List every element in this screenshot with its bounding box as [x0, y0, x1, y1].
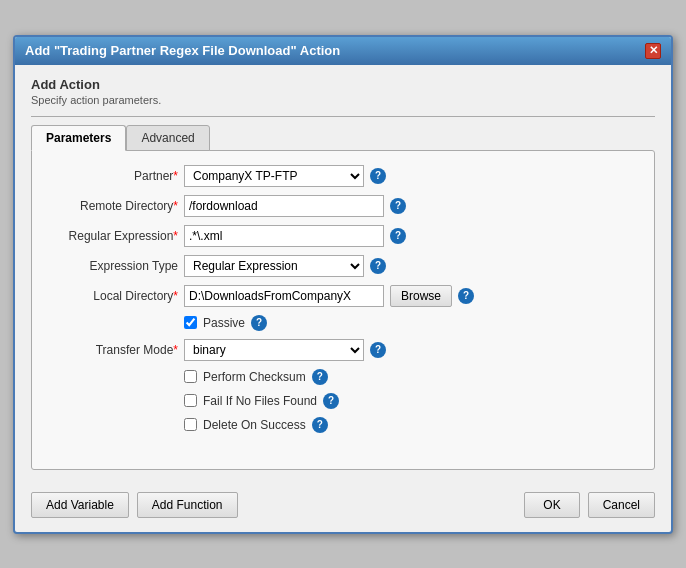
fail-no-files-label: Fail If No Files Found: [203, 394, 317, 408]
remote-directory-control: ?: [184, 195, 638, 217]
add-variable-button[interactable]: Add Variable: [31, 492, 129, 518]
add-function-button[interactable]: Add Function: [137, 492, 238, 518]
browse-button[interactable]: Browse: [390, 285, 452, 307]
bottom-buttons: Add Variable Add Function OK Cancel: [15, 482, 671, 532]
section-subtitle: Specify action parameters.: [31, 94, 655, 106]
regular-expression-control: ?: [184, 225, 638, 247]
expression-type-control: Regular Expression ?: [184, 255, 638, 277]
partner-control: CompanyX TP-FTP ?: [184, 165, 638, 187]
divider: [31, 116, 655, 117]
partner-row: Partner* CompanyX TP-FTP ?: [48, 165, 638, 187]
tab-advanced[interactable]: Advanced: [126, 125, 209, 151]
passive-checkbox[interactable]: [184, 316, 197, 329]
local-directory-label: Local Directory*: [48, 289, 178, 303]
tab-parameters[interactable]: Parameters: [31, 125, 126, 151]
remote-directory-input[interactable]: [184, 195, 384, 217]
tabs: Parameters Advanced: [31, 125, 655, 151]
dialog: Add "Trading Partner Regex File Download…: [13, 35, 673, 534]
expression-type-label: Expression Type: [48, 259, 178, 273]
section-header: Add Action Specify action parameters.: [31, 77, 655, 106]
fail-no-files-checkbox[interactable]: [184, 394, 197, 407]
expression-type-row: Expression Type Regular Expression ?: [48, 255, 638, 277]
transfer-mode-row: Transfer Mode* binary ?: [48, 339, 638, 361]
perform-checksum-checkbox[interactable]: [184, 370, 197, 383]
dialog-title: Add "Trading Partner Regex File Download…: [25, 43, 340, 58]
tab-content: Partner* CompanyX TP-FTP ? Remote Direct…: [31, 150, 655, 470]
remote-directory-help-icon[interactable]: ?: [390, 198, 406, 214]
delete-on-success-help-icon[interactable]: ?: [312, 417, 328, 433]
dialog-titlebar: Add "Trading Partner Regex File Download…: [15, 37, 671, 65]
right-buttons: OK Cancel: [524, 492, 655, 518]
delete-on-success-checkbox[interactable]: [184, 418, 197, 431]
regular-expression-input[interactable]: [184, 225, 384, 247]
cancel-button[interactable]: Cancel: [588, 492, 655, 518]
expression-type-help-icon[interactable]: ?: [370, 258, 386, 274]
local-directory-help-icon[interactable]: ?: [458, 288, 474, 304]
regular-expression-row: Regular Expression* ?: [48, 225, 638, 247]
local-directory-row: Local Directory* Browse ?: [48, 285, 638, 307]
dialog-body: Add Action Specify action parameters. Pa…: [15, 65, 671, 482]
partner-help-icon[interactable]: ?: [370, 168, 386, 184]
perform-checksum-row: Perform Checksum ?: [184, 369, 638, 385]
perform-checksum-label: Perform Checksum: [203, 370, 306, 384]
regular-expression-help-icon[interactable]: ?: [390, 228, 406, 244]
regular-expression-label: Regular Expression*: [48, 229, 178, 243]
remote-directory-label: Remote Directory*: [48, 199, 178, 213]
passive-help-icon[interactable]: ?: [251, 315, 267, 331]
remote-directory-row: Remote Directory* ?: [48, 195, 638, 217]
delete-on-success-label: Delete On Success: [203, 418, 306, 432]
ok-button[interactable]: OK: [524, 492, 579, 518]
partner-select[interactable]: CompanyX TP-FTP: [184, 165, 364, 187]
section-title: Add Action: [31, 77, 655, 92]
fail-no-files-help-icon[interactable]: ?: [323, 393, 339, 409]
transfer-mode-label: Transfer Mode*: [48, 343, 178, 357]
transfer-mode-control: binary ?: [184, 339, 638, 361]
local-directory-control: Browse ?: [184, 285, 638, 307]
delete-on-success-row: Delete On Success ?: [184, 417, 638, 433]
fail-no-files-row: Fail If No Files Found ?: [184, 393, 638, 409]
expression-type-select[interactable]: Regular Expression: [184, 255, 364, 277]
transfer-mode-select[interactable]: binary: [184, 339, 364, 361]
transfer-mode-help-icon[interactable]: ?: [370, 342, 386, 358]
close-button[interactable]: ✕: [645, 43, 661, 59]
partner-label: Partner*: [48, 169, 178, 183]
left-buttons: Add Variable Add Function: [31, 492, 238, 518]
passive-row: Passive ?: [184, 315, 638, 331]
passive-label: Passive: [203, 316, 245, 330]
local-directory-input[interactable]: [184, 285, 384, 307]
perform-checksum-help-icon[interactable]: ?: [312, 369, 328, 385]
